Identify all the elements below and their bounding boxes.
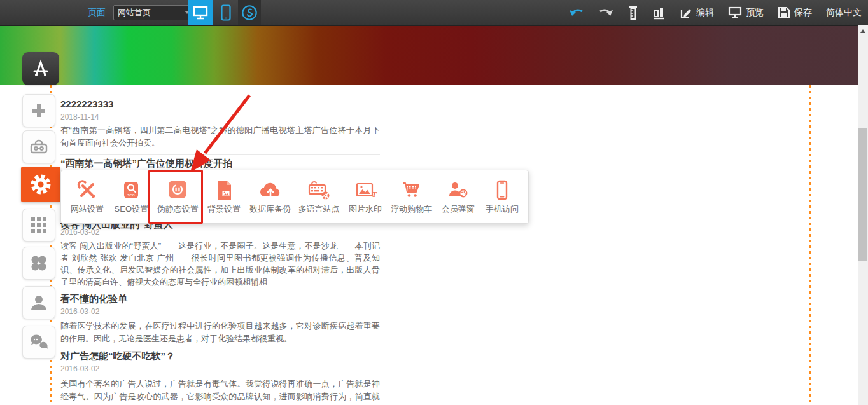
editor-toolbar: 页面 网站首页 xyxy=(0,0,868,26)
clover-icon[interactable] xyxy=(22,247,55,280)
page-dropdown-value: 网站首页 xyxy=(118,7,151,18)
seo-icon: seo xyxy=(119,179,143,201)
page-label: 页面 xyxy=(88,7,106,18)
panel-item-floating-cart[interactable]: 浮动购物车 xyxy=(391,179,432,215)
mobile-icon xyxy=(221,4,231,21)
panel-item-multilanguage-site[interactable]: 多语言站点 xyxy=(298,179,340,215)
panel-item-label: 数据库备份 xyxy=(249,203,291,215)
stats-button[interactable] xyxy=(653,6,666,20)
header-banner-gradient xyxy=(0,25,858,85)
tools-icon xyxy=(75,179,99,201)
desktop-icon xyxy=(193,6,208,20)
gear-icon[interactable] xyxy=(21,167,60,202)
preview-label: 预览 xyxy=(746,7,764,18)
panel-item-database-backup[interactable]: 数据库备份 xyxy=(249,179,291,215)
panel-item-label: 会员弹窗 xyxy=(442,203,475,215)
panel-item-label: 伪静态设置 xyxy=(157,203,199,215)
ruler-button[interactable] xyxy=(627,5,639,20)
plus-icon[interactable] xyxy=(22,94,55,127)
person-icon[interactable] xyxy=(22,286,55,319)
post-date: 2016-03-02 xyxy=(60,307,380,316)
ruler-icon xyxy=(627,5,639,20)
post-title[interactable]: “西南第一高钢塔”广告位使用权首度开拍 xyxy=(60,158,380,170)
post-title[interactable]: 2222223333 xyxy=(60,99,380,109)
save-label: 保存 xyxy=(794,7,812,18)
edit-label: 编辑 xyxy=(696,7,714,18)
settings-popup-panel: 网站设置 seo SEO设置 伪静态设置 xyxy=(60,170,529,224)
post-title[interactable]: 对广告怎能“吃硬不吃软”？ xyxy=(60,350,380,362)
post-title[interactable]: 看不懂的化验单 xyxy=(60,293,380,305)
desktop-view-button[interactable] xyxy=(188,0,213,25)
watermark-icon: T xyxy=(353,179,377,201)
mobile-view-button[interactable] xyxy=(216,0,235,25)
scrollbar-thumb[interactable] xyxy=(858,128,867,261)
post-date: 2018-11-14 xyxy=(60,113,380,121)
language-label: 简体中文 xyxy=(826,7,862,18)
panel-item-label: SEO设置 xyxy=(115,203,148,215)
cart-icon xyxy=(400,179,424,201)
link-mode-button[interactable] xyxy=(238,0,261,25)
panel-item-label: 网站设置 xyxy=(71,203,104,215)
panel-item-site-settings[interactable]: 网站设置 xyxy=(69,179,106,215)
post-body: 读客 闯入出版业的“野蛮人” 这是行业，不是圈子。这是生意，不是沙龙 本刊记者 … xyxy=(60,240,380,288)
preview-button[interactable]: 预览 xyxy=(728,6,764,19)
post-body: 有“西南第一高钢塔，四川第二高电视塔”之称的德阳广播电视塔主塔广告位将于本月下旬… xyxy=(60,124,380,149)
post-date: 2016-03-02 xyxy=(60,364,380,373)
page-dropdown[interactable]: 网站首页 xyxy=(113,5,193,20)
page-scrollbar[interactable] xyxy=(858,25,868,405)
cloud-backup-icon xyxy=(258,179,283,201)
panel-item-label: 背景设置 xyxy=(207,203,241,215)
undo-icon xyxy=(569,7,584,18)
page-editor: 2222223333 2018-11-14 有“西南第一高钢塔，四川第二高电视塔… xyxy=(0,0,868,405)
post-body: 随着医学技术的发展，在医疗过程中进行的化验项目越来越多，它对诊断疾病起着重要的作… xyxy=(60,320,380,345)
panel-item-seo-settings[interactable]: seo SEO设置 xyxy=(113,179,150,215)
link-circle-icon xyxy=(241,4,258,22)
chat-icon[interactable] xyxy=(22,326,55,359)
post-body: 美国有个著名的广告人说过，广告就是有毒气体。我觉得说得再准确一点，广告就是神经毒… xyxy=(60,378,380,405)
appstore-icon[interactable] xyxy=(22,52,59,85)
right-guide-line xyxy=(809,85,811,405)
redo-button[interactable] xyxy=(598,7,613,18)
undo-button[interactable] xyxy=(569,7,584,18)
panel-item-mobile-access[interactable]: 手机访问 xyxy=(484,179,521,215)
scrollbar-up-arrow-icon[interactable] xyxy=(860,29,865,33)
pseudo-static-icon xyxy=(165,179,190,201)
panel-item-pseudo-static[interactable]: 伪静态设置 xyxy=(157,179,199,215)
edit-button[interactable]: 编辑 xyxy=(680,6,714,19)
panel-item-label: 多语言站点 xyxy=(298,203,340,215)
panel-item-label: 图片水印 xyxy=(349,203,382,215)
svg-text:seo: seo xyxy=(128,193,135,197)
language-switcher[interactable]: 简体中文 xyxy=(826,7,862,18)
keyboard-gear-icon xyxy=(307,179,331,201)
panel-item-image-watermark[interactable]: T 图片水印 xyxy=(347,179,384,215)
background-icon xyxy=(212,179,236,201)
grid-icon[interactable] xyxy=(22,209,55,242)
member-popup-icon xyxy=(446,179,470,201)
panel-item-background-settings[interactable]: 背景设置 xyxy=(206,179,242,215)
panel-item-label: 手机访问 xyxy=(486,203,519,215)
bar-chart-icon xyxy=(653,6,666,20)
post-date: 2016-03-02 xyxy=(60,228,380,237)
panel-item-label: 浮动购物车 xyxy=(391,203,432,215)
edit-pencil-icon xyxy=(680,6,692,19)
save-button[interactable]: 保存 xyxy=(778,6,812,19)
post-divider xyxy=(60,348,380,348)
save-floppy-icon xyxy=(778,6,790,19)
svg-text:T: T xyxy=(372,189,377,199)
post-divider xyxy=(60,289,380,289)
mobile-access-icon xyxy=(490,179,514,201)
redo-icon xyxy=(598,7,613,18)
preview-monitor-icon xyxy=(728,6,742,19)
post-divider xyxy=(60,154,380,155)
panel-item-member-popup[interactable]: 会员弹窗 xyxy=(440,179,477,215)
toolbox-icon[interactable] xyxy=(22,130,55,163)
